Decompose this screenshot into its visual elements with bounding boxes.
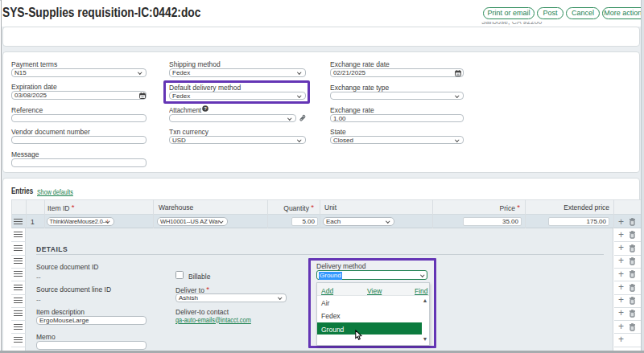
svg-text:?: ? <box>204 106 207 111</box>
